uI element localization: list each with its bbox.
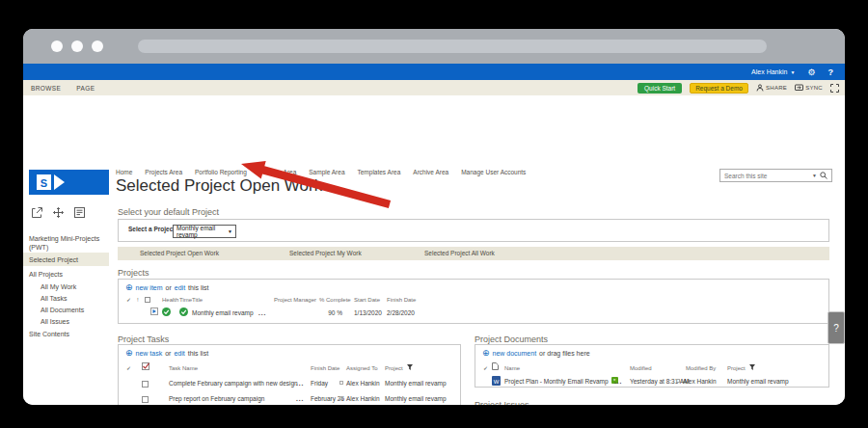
health-check-icon [162,308,171,320]
sidebar-item-all-issues[interactable]: All Issues [41,317,69,326]
url-bar[interactable] [138,40,767,53]
sidebar-item-selected-project[interactable]: Selected Project [29,255,78,264]
task-checkbox[interactable] [142,378,149,389]
sidebar-item-marketing-mini-projects[interactable]: Marketing Mini-Projects (PWT) [29,234,104,252]
task-project-link[interactable]: Monthly email revamp [385,378,447,389]
column-start-date[interactable]: Start Date [354,294,380,306]
column-health[interactable]: Health [162,294,178,306]
task-name[interactable]: Prep report on February campaign [169,393,264,405]
nav-manage-user-accounts[interactable]: Manage User Accounts [461,169,526,175]
request-demo-button[interactable]: Request a Demo [690,83,748,94]
document-modified-by[interactable]: Alex Hankin [676,376,717,388]
help-button[interactable]: ? [828,67,834,77]
task-assigned-to[interactable]: Alex Hankin [339,393,380,405]
nav-projects-area[interactable]: Projects Area [145,169,182,175]
document-type-column-icon[interactable] [492,362,499,374]
list-page-icon[interactable] [73,205,86,223]
tab-selected-project-all-work[interactable]: Selected Project All Work [424,247,495,260]
column-pct-complete[interactable]: % Complete [319,294,351,306]
documents-new-document-link[interactable]: new document [493,350,537,357]
column-title[interactable]: Title [192,294,203,306]
select-all-icon[interactable]: ✓ [126,294,131,306]
sidebar-item-all-projects[interactable]: All Projects [29,270,63,279]
ribbon-tab-browse[interactable]: BROWSE [31,85,61,92]
share-button[interactable]: SHARE [756,84,787,92]
move-arrows-icon[interactable] [52,205,65,223]
focus-mode-button[interactable] [830,84,839,93]
search-icon[interactable] [820,172,827,179]
document-project-link[interactable]: Monthly email revamp [727,376,789,388]
project-select[interactable]: Monthly email revamp ▼ [173,225,236,238]
window-close-button[interactable] [51,40,63,52]
select-all-icon[interactable]: ✓ [126,362,131,374]
sidebar-item-all-my-work[interactable]: All My Work [41,282,76,291]
projects-new-item-link[interactable]: new item [136,284,163,291]
toolbar-suffix-text: this list [188,350,208,357]
task-row: Prep report on February campaign ... Feb… [119,393,460,405]
column-modified[interactable]: Modified [630,362,652,374]
task-checkbox[interactable] [142,393,149,405]
select-chevron-down-icon: ▼ [228,228,232,234]
quick-start-button[interactable]: Quick Start [637,83,682,94]
project-title[interactable]: Monthly email revamp [192,308,254,319]
select-all-icon[interactable]: ✓ [483,362,488,374]
open-menu-ellipsis[interactable]: ... [258,308,266,319]
nav-sample-area[interactable]: Sample Area [309,169,344,175]
column-finish-date[interactable]: Finish Date [387,294,416,306]
nav-templates-area[interactable]: Templates Area [358,169,401,175]
nav-home[interactable]: Home [116,169,132,175]
nav-training-area[interactable]: Training Area [259,169,296,175]
open-menu-ellipsis[interactable]: ... [296,378,304,389]
sidebar-item-site-contents[interactable]: Site Contents [29,330,69,338]
toolbar-suffix-text: this list [188,284,208,291]
task-project-link[interactable]: Monthly email revamp [385,393,447,405]
nav-archive-area[interactable]: Archive Area [413,169,448,175]
sharepoint-logo[interactable]: S [29,170,109,195]
projects-list: ⊕ new item or edit this list ✓ ! Health … [118,279,829,324]
column-name[interactable]: Name [504,362,520,374]
tab-selected-project-open-work[interactable]: Selected Project Open Work [140,247,219,260]
documents-header-row: ✓ Name Modified Modified By Project [475,362,828,374]
tab-selected-project-my-work[interactable]: Selected Project My Work [289,247,362,260]
ribbon-tab-page[interactable]: PAGE [76,85,95,92]
open-menu-ellipsis[interactable]: ... [614,376,622,388]
tasks-edit-link[interactable]: edit [174,350,184,357]
column-project-manager[interactable]: Project Manager [274,294,316,306]
search-scope-chevron-icon[interactable]: ▼ [812,173,817,178]
column-assigned-to[interactable]: Assigned To [346,362,378,374]
task-assigned-to[interactable]: Alex Hankin [339,378,380,389]
filter-funnel-icon[interactable] [749,362,755,374]
column-task-name[interactable]: Task Name [169,362,198,374]
window-minimize-button[interactable] [71,40,83,52]
documents-toolbar: ⊕ new document or drag files here [482,347,590,359]
column-time[interactable]: Time [179,294,192,306]
nav-portfolio-reporting[interactable]: Portfolio Reporting [195,169,247,175]
column-project[interactable]: Project [727,362,746,374]
tasks-new-task-link[interactable]: new task [136,350,163,357]
sync-button[interactable]: SYNC [795,84,823,92]
user-menu[interactable]: Alex Hankin ▼ [751,68,795,75]
filter-funnel-icon[interactable] [407,362,413,374]
search-input[interactable] [724,173,809,179]
completed-column-icon[interactable] [142,362,149,374]
column-finish-date[interactable]: Finish Date [311,362,339,374]
sidebar-item-all-tasks[interactable]: All Tasks [41,294,68,303]
projects-edit-link[interactable]: edit [175,284,185,291]
column-modified-by[interactable]: Modified By [686,362,716,374]
settings-button[interactable]: ⚙ [807,67,815,77]
popout-icon[interactable] [31,205,43,223]
sidebar-quick-icons [31,205,86,223]
column-project[interactable]: Project [385,362,403,374]
sidebar-item-all-documents[interactable]: All Documents [41,306,84,314]
gear-icon: ⚙ [807,67,815,77]
window-maximize-button[interactable] [92,40,103,52]
document-name[interactable]: Project Plan - Monthly Email Revamp* [504,376,618,388]
open-menu-ellipsis[interactable]: ... [296,393,304,405]
task-name[interactable]: Complete February campaign with new desi… [169,378,298,389]
expand-row-icon[interactable] [150,308,158,319]
toolbar-or-text: or [165,350,171,357]
feedback-help-tab[interactable]: ? [827,311,845,344]
tasks-header-row: ✓ Task Name Finish Date Assigned To Proj… [119,362,460,374]
priority-column-icon[interactable]: ! [137,294,139,306]
checkbox-column-icon[interactable] [145,294,150,306]
